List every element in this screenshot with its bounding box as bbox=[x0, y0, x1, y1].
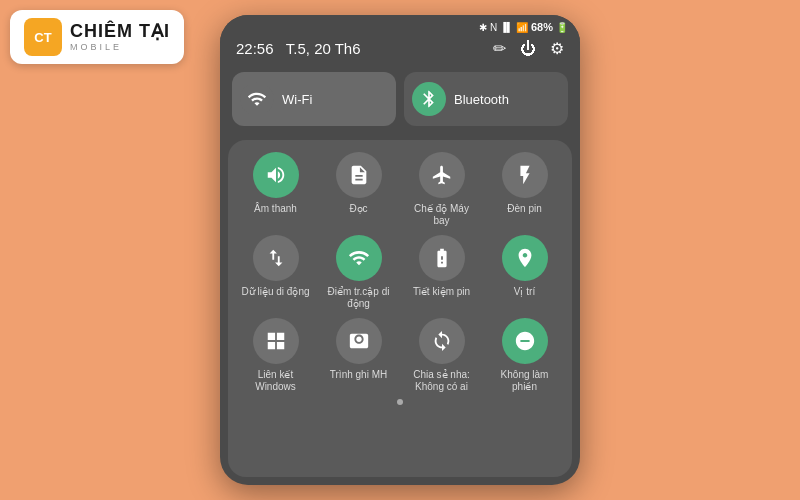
sound-item[interactable]: Âm thanh bbox=[236, 152, 315, 227]
dnd-icon bbox=[514, 330, 536, 352]
flashlight-icon-circle bbox=[502, 152, 548, 198]
power-icon[interactable]: ⏻ bbox=[520, 40, 536, 58]
logo-sub-label: MOBILE bbox=[70, 42, 170, 52]
screen-record-icon bbox=[348, 330, 370, 352]
airplane-icon bbox=[431, 164, 453, 186]
phone-frame: ✱ N ▐▌ 📶 68% 🔋 22:56 T.5, 20 Th6 ✏ ⏻ ⚙ bbox=[220, 15, 580, 485]
mobile-data-item[interactable]: Dữ liệu di động bbox=[236, 235, 315, 310]
share-icon bbox=[431, 330, 453, 352]
doc-icon bbox=[348, 164, 370, 186]
mobile-data-icon bbox=[265, 247, 287, 269]
screen-record-label: Trình ghi MH bbox=[330, 369, 387, 381]
time-date: 22:56 T.5, 20 Th6 bbox=[236, 40, 361, 58]
sound-status-icon: ▐▌ bbox=[500, 22, 513, 32]
header: 22:56 T.5, 20 Th6 ✏ ⏻ ⚙ bbox=[220, 35, 580, 66]
hotspot-label: Điểm tr.cập di động bbox=[324, 286, 394, 310]
sound-label: Âm thanh bbox=[254, 203, 297, 215]
header-actions: ✏ ⏻ ⚙ bbox=[493, 39, 564, 58]
flashlight-icon bbox=[514, 164, 536, 186]
logo: CT CHIÊM TẠI MOBILE bbox=[10, 10, 184, 64]
windows-link-label: Liên kết Windows bbox=[241, 369, 311, 393]
airplane-icon-circle bbox=[419, 152, 465, 198]
bluetooth-toggle-icon-circle bbox=[412, 82, 446, 116]
location-icon-circle bbox=[502, 235, 548, 281]
dnd-label: Không làm phiền bbox=[490, 369, 560, 393]
grid-panel: Âm thanh Đọc Chế độ Máy bay bbox=[228, 140, 572, 477]
hotspot-icon bbox=[348, 247, 370, 269]
location-icon bbox=[514, 247, 536, 269]
battery-saver-item[interactable]: Tiết kiệm pin bbox=[402, 235, 481, 310]
wifi-toggle-label: Wi-Fi bbox=[282, 92, 312, 107]
airplane-label: Chế độ Máy bay bbox=[407, 203, 477, 227]
sound-icon bbox=[265, 164, 287, 186]
battery-saver-icon bbox=[431, 247, 453, 269]
mobile-data-label: Dữ liệu di động bbox=[241, 286, 309, 298]
logo-text-group: CHIÊM TẠI MOBILE bbox=[70, 22, 170, 52]
windows-link-icon bbox=[265, 330, 287, 352]
battery-saver-icon-circle bbox=[419, 235, 465, 281]
signal-status-icon: 📶 bbox=[516, 22, 528, 33]
sound-icon-circle bbox=[253, 152, 299, 198]
share-icon-circle bbox=[419, 318, 465, 364]
wifi-icon bbox=[247, 89, 267, 109]
flashlight-item[interactable]: Đèn pin bbox=[485, 152, 564, 227]
wifi-toggle-icon-circle bbox=[240, 82, 274, 116]
time-display: 22:56 T.5, 20 Th6 bbox=[236, 40, 361, 57]
logo-brand-name: CHIÊM TẠI bbox=[70, 22, 170, 42]
windows-link-icon-circle bbox=[253, 318, 299, 364]
time-text: 22:56 bbox=[236, 40, 274, 57]
page-indicator bbox=[236, 393, 564, 407]
share-item[interactable]: Chia sẻ nha: Không có ai bbox=[402, 318, 481, 393]
hotspot-icon-circle bbox=[336, 235, 382, 281]
logo-icon: CT bbox=[24, 18, 62, 56]
bluetooth-icon bbox=[419, 89, 439, 109]
share-label: Chia sẻ nha: Không có ai bbox=[407, 369, 477, 393]
windows-link-item[interactable]: Liên kết Windows bbox=[236, 318, 315, 393]
page-dot bbox=[397, 399, 403, 405]
nfc-status-icon: N bbox=[490, 22, 497, 33]
hotspot-item[interactable]: Điểm tr.cập di động bbox=[319, 235, 398, 310]
date-text: T.5, 20 Th6 bbox=[286, 40, 361, 57]
settings-icon[interactable]: ⚙ bbox=[550, 39, 564, 58]
bluetooth-toggle[interactable]: Bluetooth bbox=[404, 72, 568, 126]
screen-record-icon-circle bbox=[336, 318, 382, 364]
logo-icon-text: CT bbox=[34, 30, 51, 45]
wifi-toggle[interactable]: Wi-Fi bbox=[232, 72, 396, 126]
screen-record-item[interactable]: Trình ghi MH bbox=[319, 318, 398, 393]
dnd-item[interactable]: Không làm phiền bbox=[485, 318, 564, 393]
quick-toggles: Wi-Fi Bluetooth bbox=[220, 66, 580, 132]
bluetooth-toggle-label: Bluetooth bbox=[454, 92, 509, 107]
flashlight-label: Đèn pin bbox=[507, 203, 541, 215]
edit-icon[interactable]: ✏ bbox=[493, 39, 506, 58]
status-bar: ✱ N ▐▌ 📶 68% 🔋 bbox=[220, 15, 580, 35]
doc-icon-circle bbox=[336, 152, 382, 198]
location-label: Vị trí bbox=[514, 286, 535, 298]
doc-label: Đọc bbox=[349, 203, 367, 215]
doc-item[interactable]: Đọc bbox=[319, 152, 398, 227]
bluetooth-status-icon: ✱ bbox=[479, 22, 487, 33]
quick-settings-grid: Âm thanh Đọc Chế độ Máy bay bbox=[236, 152, 564, 393]
mobile-data-icon-circle bbox=[253, 235, 299, 281]
status-icons: ✱ N ▐▌ 📶 68% 🔋 bbox=[479, 21, 568, 33]
airplane-item[interactable]: Chế độ Máy bay bbox=[402, 152, 481, 227]
battery-saver-label: Tiết kiệm pin bbox=[413, 286, 470, 298]
dnd-icon-circle bbox=[502, 318, 548, 364]
battery-status: 68% bbox=[531, 21, 553, 33]
battery-icon: 🔋 bbox=[556, 22, 568, 33]
location-item[interactable]: Vị trí bbox=[485, 235, 564, 310]
